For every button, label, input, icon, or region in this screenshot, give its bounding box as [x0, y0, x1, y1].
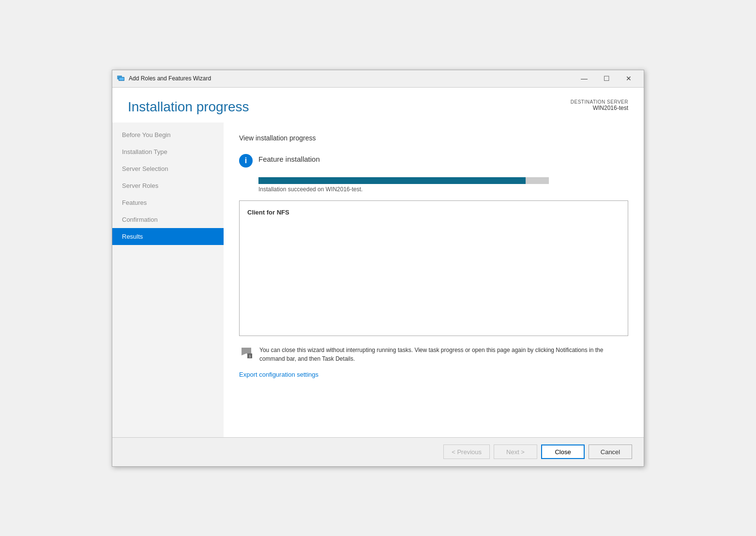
progress-bar-track: [258, 177, 549, 184]
sidebar-item-results: Results: [112, 228, 224, 245]
previous-button[interactable]: < Previous: [443, 444, 490, 459]
maximize-button[interactable]: ☐: [595, 70, 618, 87]
titlebar: Add Roles and Features Wizard — ☐ ✕: [112, 70, 644, 88]
header-band: Installation progress DESTINATION SERVER…: [112, 88, 644, 123]
close-window-button[interactable]: ✕: [618, 70, 640, 87]
svg-text:1: 1: [249, 354, 251, 358]
minimize-button[interactable]: —: [573, 70, 595, 87]
progress-bar-container: Installation succeeded on WIN2016-test.: [258, 177, 628, 193]
destination-label: DESTINATION SERVER: [571, 99, 628, 105]
sidebar-item-installation-type: Installation Type: [112, 143, 224, 160]
results-box-content: Client for NFS: [247, 209, 620, 216]
titlebar-text: Add Roles and Features Wizard: [129, 75, 573, 82]
svg-rect-2: [119, 77, 124, 80]
sidebar-item-server-selection: Server Selection: [112, 160, 224, 177]
close-button[interactable]: Close: [541, 444, 585, 459]
feature-row: i Feature installation: [239, 153, 628, 168]
main-body: Before You Begin Installation Type Serve…: [112, 123, 644, 437]
page-title: Installation progress: [128, 99, 249, 115]
info-icon: i: [239, 154, 253, 168]
progress-bar-fill: [258, 177, 526, 184]
next-button[interactable]: Next >: [494, 444, 537, 459]
feature-title: Feature installation: [258, 153, 320, 163]
destination-info: DESTINATION SERVER WIN2016-test: [571, 99, 628, 111]
sidebar: Before You Begin Installation Type Serve…: [112, 123, 224, 437]
progress-status: Installation succeeded on WIN2016-test.: [258, 186, 628, 193]
sidebar-item-server-roles: Server Roles: [112, 177, 224, 194]
titlebar-controls: — ☐ ✕: [573, 70, 640, 87]
results-box: Client for NFS: [239, 200, 628, 336]
sidebar-item-features: Features: [112, 194, 224, 211]
notice-row: 1 You can close this wizard without inte…: [239, 346, 628, 363]
app-icon: [116, 74, 126, 83]
footer: < Previous Next > Close Cancel: [112, 437, 644, 466]
content-area: Installation progress DESTINATION SERVER…: [112, 88, 644, 437]
export-configuration-link[interactable]: Export configuration settings: [239, 371, 628, 378]
flag-icon: 1: [241, 347, 252, 362]
destination-server: WIN2016-test: [571, 105, 628, 111]
sidebar-item-confirmation: Confirmation: [112, 211, 224, 228]
cancel-button[interactable]: Cancel: [589, 444, 632, 459]
main-content: View installation progress i Feature ins…: [224, 123, 644, 437]
notice-text: You can close this wizard without interr…: [259, 346, 628, 363]
wizard-window: Add Roles and Features Wizard — ☐ ✕ Inst…: [112, 70, 644, 467]
notice-icon-container: 1: [239, 346, 254, 360]
section-title: View installation progress: [239, 134, 628, 142]
sidebar-item-before-you-begin: Before You Begin: [112, 126, 224, 143]
